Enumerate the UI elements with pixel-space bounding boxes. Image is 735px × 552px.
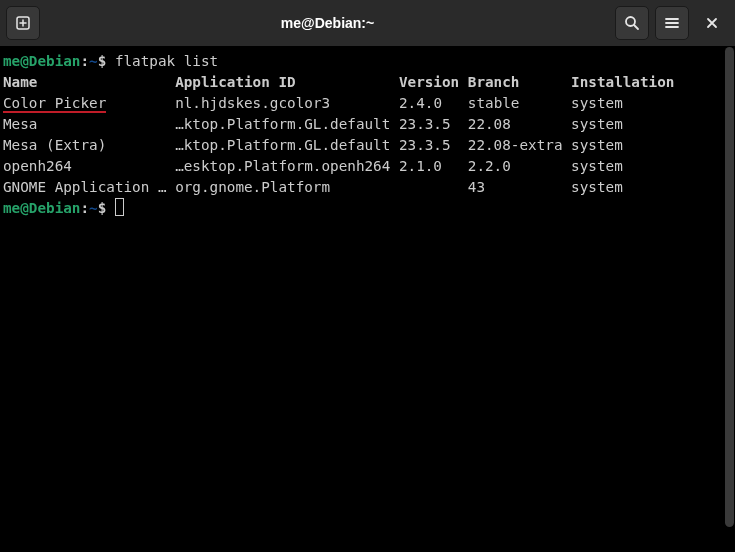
hamburger-icon [664, 15, 680, 31]
prompt-dollar: $ [98, 200, 115, 216]
prompt-userhost: me@Debian [3, 200, 80, 216]
close-button[interactable] [695, 6, 729, 40]
table-row: Mesa …ktop.Platform.GL.default 23.3.5 22… [3, 114, 735, 135]
scrollbar-thumb[interactable] [725, 47, 734, 527]
prompt-userhost: me@Debian [3, 53, 80, 69]
close-icon [705, 16, 719, 30]
search-icon [624, 15, 640, 31]
table-row: Mesa (Extra) …ktop.Platform.GL.default 2… [3, 135, 735, 156]
prompt-dollar: $ [98, 53, 115, 69]
table-header: Name Application ID Version Branch Insta… [3, 72, 735, 93]
table-row: GNOME Application … org.gnome.Platform 4… [3, 177, 735, 198]
menu-button[interactable] [655, 6, 689, 40]
prompt-colon: : [80, 200, 89, 216]
terminal-area[interactable]: me@Debian:~$ flatpak listName Applicatio… [0, 46, 735, 552]
cursor [115, 198, 124, 216]
table-row: openh264 …esktop.Platform.openh264 2.1.0… [3, 156, 735, 177]
scrollbar[interactable] [724, 46, 735, 552]
prompt-path: ~ [89, 53, 98, 69]
search-button[interactable] [615, 6, 649, 40]
new-tab-icon [15, 15, 31, 31]
prompt-colon: : [80, 53, 89, 69]
prompt-path: ~ [89, 200, 98, 216]
titlebar: me@Debian:~ [0, 0, 735, 46]
terminal-output: me@Debian:~$ flatpak listName Applicatio… [0, 46, 735, 222]
new-tab-button[interactable] [6, 6, 40, 40]
window-title: me@Debian:~ [46, 15, 609, 31]
table-row: Color Picker nl.hjdskes.gcolor3 2.4.0 st… [3, 93, 735, 114]
command-text: flatpak list [115, 53, 218, 69]
